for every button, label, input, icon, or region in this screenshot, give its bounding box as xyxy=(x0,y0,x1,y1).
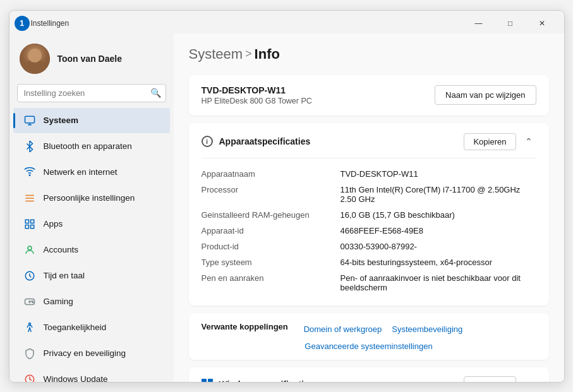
spec-row-apparaatnaam: Apparaatnaam TVD-DESKTOP-W11 xyxy=(202,166,536,182)
sidebar-item-persoonlijk-label: Persoonlijke instellingen xyxy=(44,193,135,203)
specs-title-row: i Apparaatspecificaties xyxy=(202,136,311,147)
spec-row-product-id: Product-id 00330-53900-87992- xyxy=(202,239,536,254)
spec-row-pen: Pen en aanraken Pen- of aanraakinvoer is… xyxy=(202,270,536,295)
svg-rect-8 xyxy=(30,220,33,223)
svg-rect-7 xyxy=(25,220,28,223)
specs-actions: Kopieren ⌃ xyxy=(464,133,536,150)
sidebar-item-netwerk-label: Netwerk en internet xyxy=(44,167,118,177)
search-icon: 🔍 xyxy=(150,88,161,98)
avatar xyxy=(20,44,50,74)
spec-row-processor: Processor 11th Gen Intel(R) Core(TM) i7-… xyxy=(202,182,536,207)
sidebar-item-toegankelijk[interactable]: Toegankelijkheid xyxy=(13,315,170,340)
windows-copy-button[interactable]: Kopieren xyxy=(464,376,516,382)
username: Toon van Daele xyxy=(57,54,122,64)
specs-table: Apparaatnaam TVD-DESKTOP-W11 Processor 1… xyxy=(202,166,536,295)
accounts-icon xyxy=(23,244,36,256)
toegankelijk-icon xyxy=(23,321,36,334)
advanced-link[interactable]: Geavanceerde systeeminstellingen xyxy=(305,342,432,351)
maximize-button[interactable]: □ xyxy=(496,15,525,32)
windows-spec-title-row: Windows-specificaties xyxy=(202,379,314,382)
sidebar-item-windows-update[interactable]: Windows Update xyxy=(13,367,170,382)
spec-value: 00330-53900-87992- xyxy=(341,242,536,251)
spec-value: 64-bits besturingssysteem, x64-processor xyxy=(341,258,536,267)
breadcrumb: Systeem > Info xyxy=(189,46,549,62)
netwerk-icon xyxy=(23,166,36,179)
sidebar: Toon van Daele 🔍 Systeem Bluetooth xyxy=(9,33,174,382)
systeem-icon xyxy=(23,114,36,127)
svg-rect-10 xyxy=(30,225,33,228)
related-advanced: Geavanceerde systeeminstellingen xyxy=(202,342,536,351)
spec-value: 16,0 GB (15,7 GB beschikbaar) xyxy=(341,210,536,220)
pc-info: TVD-DESKTOP-W11 HP EliteDesk 800 G8 Towe… xyxy=(202,85,312,105)
sidebar-item-toegankelijk-label: Toegankelijkheid xyxy=(44,323,107,332)
spec-row-type-systeem: Type systeem 64-bits besturingssysteem, … xyxy=(202,254,536,270)
related-section: Verwante koppelingen Domein of werkgroep… xyxy=(189,313,549,360)
spec-value: Pen- of aanraakinvoer is niet beschikbaa… xyxy=(341,273,536,292)
sidebar-item-persoonlijk[interactable]: Persoonlijke instellingen xyxy=(13,186,170,211)
search-input[interactable] xyxy=(17,84,166,102)
sidebar-item-systeem[interactable]: Systeem xyxy=(13,108,170,133)
specs-card: i Apparaatspecificaties Kopieren ⌃ Appar… xyxy=(189,123,549,306)
specs-section-header: i Apparaatspecificaties Kopieren ⌃ xyxy=(202,133,536,158)
settings-window: 1 ← Instellingen — □ ✕ Toon van Daele 🔍 xyxy=(9,10,565,383)
spec-label: Apparaatnaam xyxy=(202,169,341,179)
sidebar-item-accounts-label: Accounts xyxy=(44,245,79,254)
svg-point-17 xyxy=(32,302,33,303)
sidebar-item-tijd[interactable]: Tijd en taal xyxy=(13,263,170,288)
sidebar-item-gaming[interactable]: Gaming xyxy=(13,289,170,314)
windows-spec-title: Windows-specificaties xyxy=(219,379,314,382)
search-box[interactable]: 🔍 xyxy=(17,84,166,102)
specs-title: Apparaatspecificaties xyxy=(219,136,311,146)
window-badge: 1 xyxy=(15,16,30,31)
rename-button[interactable]: Naam van pc wijzigen xyxy=(435,85,536,105)
sidebar-item-accounts[interactable]: Accounts xyxy=(13,237,170,263)
spec-value: 4668FEEF-E568-49E8 xyxy=(341,226,536,235)
spec-row-ram: Geinstalleerd RAM-geheugen 16,0 GB (15,7… xyxy=(202,207,536,223)
pc-model: HP EliteDesk 800 G8 Tower PC xyxy=(202,97,312,105)
sidebar-item-netwerk[interactable]: Netwerk en internet xyxy=(13,160,170,185)
minimize-button[interactable]: — xyxy=(464,15,493,32)
sidebar-item-privacy-label: Privacy en beveiliging xyxy=(44,348,126,358)
titlebar-title: Instellingen xyxy=(31,19,69,28)
windows-collapse-button[interactable]: ⌄ xyxy=(521,378,536,382)
sidebar-item-privacy[interactable]: Privacy en beveiliging xyxy=(13,341,170,366)
sidebar-item-tijd-label: Tijd en taal xyxy=(44,271,85,280)
svg-point-18 xyxy=(28,323,30,324)
windows-spec-header: Windows-specificaties Kopieren ⌄ xyxy=(202,376,536,382)
spec-label: Product-id xyxy=(202,242,341,251)
sidebar-item-systeem-label: Systeem xyxy=(44,116,79,125)
sidebar-item-apps-label: Apps xyxy=(44,219,63,229)
sidebar-item-gaming-label: Gaming xyxy=(44,297,73,306)
main-content: Toon van Daele 🔍 Systeem Bluetooth xyxy=(9,33,564,382)
close-button[interactable]: ✕ xyxy=(528,15,557,32)
svg-point-3 xyxy=(29,174,30,175)
breadcrumb-child: Info xyxy=(255,46,280,62)
breadcrumb-parent: Systeem xyxy=(189,46,243,62)
sidebar-item-windows-update-label: Windows Update xyxy=(44,374,108,382)
svg-rect-9 xyxy=(25,225,28,228)
gaming-icon xyxy=(23,295,36,308)
spec-row-apparaat-id: Apparaat-id 4668FEEF-E568-49E8 xyxy=(202,223,536,239)
windows-spec-actions: Kopieren ⌄ xyxy=(464,376,536,382)
svg-rect-0 xyxy=(25,116,34,123)
spec-value: TVD-DESKTOP-W11 xyxy=(341,169,536,179)
titlebar-controls: — □ ✕ xyxy=(464,15,557,32)
separator xyxy=(293,323,299,335)
related-link-systeem[interactable]: Systeembeveiliging xyxy=(392,324,462,334)
related-link-domein[interactable]: Domein of werkgroep xyxy=(304,324,382,334)
sidebar-item-bluetooth[interactable]: Bluetooth en apparaten xyxy=(13,134,170,159)
collapse-button[interactable]: ⌃ xyxy=(521,135,536,148)
sidebar-item-bluetooth-label: Bluetooth en apparaten xyxy=(44,141,132,151)
user-profile[interactable]: Toon van Daele xyxy=(9,33,174,81)
sidebar-nav: Systeem Bluetooth en apparaten Netwerk e… xyxy=(9,107,174,382)
spec-label: Pen en aanraken xyxy=(202,273,341,283)
titlebar: ← Instellingen — □ ✕ xyxy=(9,11,564,33)
svg-point-11 xyxy=(28,246,32,250)
tijd-icon xyxy=(23,270,36,282)
copy-button[interactable]: Kopieren xyxy=(464,133,516,150)
sidebar-item-apps[interactable]: Apps xyxy=(13,211,170,237)
info-icon: i xyxy=(202,136,213,147)
privacy-icon xyxy=(23,347,36,360)
persoonlijk-icon xyxy=(23,192,36,205)
breadcrumb-chevron: > xyxy=(245,47,252,61)
